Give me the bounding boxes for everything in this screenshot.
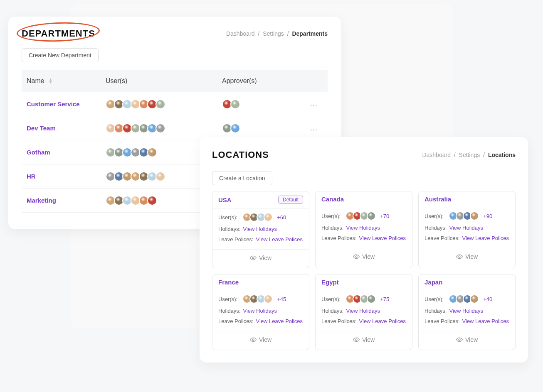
table-row: Customer Service ... xyxy=(22,92,328,116)
holidays-label: Holidays: xyxy=(425,308,447,314)
view-leave-policies-link[interactable]: View Leave Polices xyxy=(256,318,303,324)
avatar xyxy=(147,147,157,157)
breadcrumb-settings[interactable]: Settings xyxy=(459,152,480,158)
department-name-link[interactable]: Customer Service xyxy=(27,100,80,108)
view-button[interactable]: View xyxy=(250,255,272,261)
eye-icon xyxy=(456,253,463,260)
breadcrumb-settings[interactable]: Settings xyxy=(263,30,284,37)
view-button[interactable]: View xyxy=(456,253,478,260)
view-holidays-link[interactable]: View Holidays xyxy=(243,308,276,314)
leave-policies-label: Leave Polices: xyxy=(218,236,254,243)
department-name-link[interactable]: HR xyxy=(27,173,36,180)
users-label: User(s): xyxy=(218,214,237,220)
view-holidays-link[interactable]: View Holidays xyxy=(449,225,483,231)
users-label: User(s): xyxy=(425,296,444,302)
user-count-more[interactable]: +40 xyxy=(483,296,492,302)
table-header-row: Name ▲▼ User(s) Approver(s) xyxy=(22,70,328,92)
breadcrumb-dashboard[interactable]: Dashboard xyxy=(226,30,255,37)
users-label: User(s): xyxy=(218,296,237,302)
breadcrumb-current: Locations xyxy=(488,152,516,158)
department-name-link[interactable]: Marketing xyxy=(27,197,56,204)
view-leave-policies-link[interactable]: View Leave Polices xyxy=(359,318,406,324)
user-avatars xyxy=(106,99,222,109)
location-name-link[interactable]: Canada xyxy=(321,196,344,203)
view-button[interactable]: View xyxy=(456,336,478,343)
location-card: Canada User(s): +70 Holidays: View Holid… xyxy=(315,191,412,268)
avatar xyxy=(230,99,240,109)
location-name-link[interactable]: Australia xyxy=(425,196,451,203)
svg-point-3 xyxy=(252,339,254,341)
locations-title: LOCATIONS xyxy=(212,149,269,160)
create-location-button[interactable]: Create a Location xyxy=(212,171,272,185)
column-header-approvers: Approver(s) xyxy=(222,77,305,85)
locations-grid: USA Default User(s): +60 Holidays: View … xyxy=(212,191,516,350)
holidays-label: Holidays: xyxy=(321,225,343,231)
location-card: Egypt User(s): +75 Holidays: View Holida… xyxy=(315,274,412,350)
view-button[interactable]: View xyxy=(353,253,375,260)
default-badge: Default xyxy=(278,196,303,204)
holidays-label: Holidays: xyxy=(321,308,343,314)
holidays-label: Holidays: xyxy=(425,225,447,231)
view-button[interactable]: View xyxy=(353,336,375,343)
user-avatars xyxy=(449,211,479,220)
breadcrumb: Dashboard / Settings / Departments xyxy=(226,30,328,37)
location-name-link[interactable]: Japan xyxy=(425,279,442,286)
breadcrumb-dashboard[interactable]: Dashboard xyxy=(422,152,451,158)
user-count-more[interactable]: +90 xyxy=(483,213,492,219)
row-actions-icon[interactable]: ... xyxy=(310,100,318,108)
avatar xyxy=(155,172,165,181)
avatar xyxy=(367,211,376,220)
holidays-label: Holidays: xyxy=(218,226,240,232)
avatar xyxy=(470,211,479,220)
svg-point-1 xyxy=(355,256,357,257)
view-leave-policies-link[interactable]: View Leave Polices xyxy=(359,235,406,241)
view-holidays-link[interactable]: View Holidays xyxy=(346,225,380,231)
locations-panel: LOCATIONS Dashboard / Settings / Locatio… xyxy=(200,137,528,363)
breadcrumb: Dashboard / Settings / Locations xyxy=(422,152,516,158)
department-name-link[interactable]: Gotham xyxy=(27,149,50,156)
eye-icon xyxy=(456,336,463,343)
avatar xyxy=(155,123,165,133)
department-name-link[interactable]: Dev Team xyxy=(27,125,56,132)
users-label: User(s): xyxy=(425,213,444,219)
svg-point-0 xyxy=(252,257,254,259)
view-holidays-link[interactable]: View Holidays xyxy=(449,308,483,314)
eye-icon xyxy=(353,253,360,260)
sort-icon: ▲▼ xyxy=(49,78,52,84)
svg-point-4 xyxy=(355,339,357,341)
user-count-more[interactable]: +60 xyxy=(277,214,286,220)
user-avatars xyxy=(346,294,376,304)
users-label: User(s): xyxy=(321,213,341,219)
column-header-name[interactable]: Name ▲▼ xyxy=(27,77,106,85)
svg-point-5 xyxy=(459,339,460,341)
user-avatars xyxy=(346,211,376,220)
user-avatars xyxy=(242,213,273,222)
location-name-link[interactable]: France xyxy=(218,279,239,286)
view-leave-policies-link[interactable]: View Leave Polices xyxy=(256,236,303,243)
eye-icon xyxy=(353,336,360,343)
avatar xyxy=(230,123,240,133)
view-holidays-link[interactable]: View Holidays xyxy=(346,308,380,314)
approver-avatars xyxy=(222,123,305,133)
location-card: USA Default User(s): +60 Holidays: View … xyxy=(212,191,309,268)
location-name-link[interactable]: Egypt xyxy=(321,279,339,286)
holidays-label: Holidays: xyxy=(218,308,240,314)
avatar xyxy=(264,294,273,304)
row-actions-icon[interactable]: ... xyxy=(310,124,318,132)
view-holidays-link[interactable]: View Holidays xyxy=(243,226,276,232)
view-button[interactable]: View xyxy=(250,336,272,343)
user-avatars xyxy=(242,294,273,304)
location-name-link[interactable]: USA xyxy=(218,196,232,203)
user-avatars xyxy=(449,294,479,304)
leave-policies-label: Leave Polices: xyxy=(425,318,460,324)
user-count-more[interactable]: +45 xyxy=(277,296,286,302)
user-avatars xyxy=(106,123,222,133)
avatar xyxy=(367,294,376,304)
create-department-button[interactable]: Create New Department xyxy=(22,48,99,62)
view-leave-policies-link[interactable]: View Leave Polices xyxy=(462,318,509,324)
user-count-more[interactable]: +70 xyxy=(380,213,389,219)
user-count-more[interactable]: +75 xyxy=(380,296,389,302)
location-card: Australia User(s): +90 Holidays: View Ho… xyxy=(418,191,516,268)
avatar xyxy=(470,294,479,304)
view-leave-policies-link[interactable]: View Leave Polices xyxy=(462,235,509,241)
